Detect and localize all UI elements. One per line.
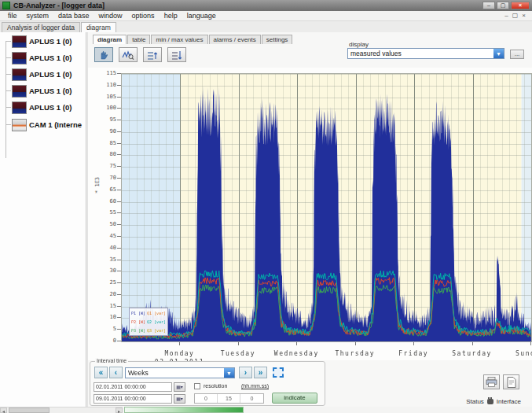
legend-entry: Q2 [var] (147, 319, 166, 324)
panel-tab-row: diagram table min / max values alarms / … (93, 35, 292, 44)
menu-database[interactable]: data base (58, 12, 90, 20)
date-from-field[interactable]: 02.01.2011 00:00:00 (94, 382, 172, 392)
indicate-button[interactable]: indicate (272, 393, 317, 404)
y-tick-mark (117, 201, 121, 202)
tab-diagram-view[interactable]: diagram (81, 22, 116, 32)
title-bar[interactable]: CB-Analyzer - [logger data] – ▢ × (0, 0, 532, 11)
pan-tool-button[interactable] (94, 47, 113, 62)
resolution-seconds-field[interactable]: 0 (240, 394, 263, 403)
y-tick-label: 105 (99, 94, 116, 100)
display-more-button[interactable]: ... (510, 50, 524, 59)
y-tick-label: 60 (99, 198, 116, 205)
y-tick-mark (117, 212, 121, 213)
maximize-button[interactable]: ▢ (497, 2, 509, 9)
export-button[interactable] (503, 374, 519, 389)
date-to-calendar-button[interactable]: ▦▾ (174, 394, 185, 404)
x-day-label: Monday (164, 350, 194, 357)
sidebar-horizontal-scrollbar[interactable]: ◄ ► (0, 407, 123, 413)
x-day-label: Saturday (452, 350, 492, 357)
zoom-curve-button[interactable] (119, 47, 138, 62)
y-tick-mark (117, 282, 121, 283)
tree-item-aplus-2[interactable]: APLUS 1 (0) (0, 50, 86, 66)
chevron-down-icon[interactable]: ▼ (493, 49, 504, 58)
y-tick-label: 50 (99, 221, 116, 227)
scrollbar-thumb[interactable] (9, 407, 50, 413)
progress-bar (124, 407, 244, 413)
mdi-restore-button[interactable]: ▢ (512, 12, 519, 19)
x-day-label: Friday (398, 350, 428, 357)
aplus-device-icon (12, 85, 27, 98)
menu-language[interactable]: language (187, 12, 216, 20)
tab-analysis-of-logger-data[interactable]: Analysis of logger data (2, 22, 80, 32)
resolution-minutes-field[interactable]: 15 (218, 394, 240, 403)
tree-item-aplus-1[interactable]: APLUS 1 (0) (0, 33, 86, 50)
tree-item-cam-1[interactable]: CAM 1 (Interne (0, 116, 86, 133)
interval-next-fast-button[interactable]: » (254, 367, 267, 378)
zoom-curve-icon (122, 50, 134, 61)
x-tick-mark (530, 342, 531, 345)
tree-item-aplus-5[interactable]: APLUS 1 (0) (0, 99, 86, 116)
interval-prev-fast-button[interactable]: « (94, 367, 108, 378)
chart-legend[interactable]: P1 [W]Q1 [var]P2 [W]Q2 [var]P3 [W]Q3 [va… (129, 308, 168, 336)
tab-settings[interactable]: settings (262, 35, 293, 44)
tree-item-aplus-4[interactable]: APLUS 1 (0) (0, 83, 86, 99)
tab-table[interactable]: table (127, 35, 150, 44)
y-tick-label: 70 (99, 175, 116, 181)
display-combo[interactable]: measured values ▼ (347, 48, 504, 59)
app-icon (2, 2, 10, 9)
resolution-hours-field[interactable]: 0 (195, 394, 218, 403)
y-tick-mark (117, 166, 121, 167)
y-tick-mark (117, 341, 121, 341)
legend-entry: P3 [W] (131, 328, 147, 333)
scale-y-axis-button[interactable] (143, 47, 162, 62)
x-day-label: Sunday (515, 350, 532, 357)
aplus-device-icon (12, 101, 27, 114)
interval-next-button[interactable]: › (239, 367, 252, 378)
menu-window[interactable]: window (99, 12, 123, 20)
print-button[interactable] (483, 374, 500, 389)
chart-canvas[interactable] (121, 73, 532, 342)
window-title: CB-Analyzer - [logger data] (13, 2, 105, 9)
scroll-right-icon[interactable]: ► (116, 407, 123, 413)
close-button[interactable]: × (511, 2, 530, 9)
y-tick-mark (117, 108, 121, 109)
app-tab-row: Analysis of logger data diagram (0, 21, 532, 32)
mdi-minimize-button[interactable]: – (504, 12, 508, 19)
tab-min-max-values[interactable]: min / max values (151, 35, 207, 44)
x-tick-mark (355, 342, 356, 345)
scale-auto-button[interactable] (167, 47, 186, 62)
device-tree-sidebar: APLUS 1 (0) APLUS 1 (0) APLUS 1 (0) APLU… (0, 32, 86, 407)
interval-combo-value: Weeks (126, 368, 224, 378)
date-from-calendar-button[interactable]: ▦▾ (174, 382, 185, 392)
menu-system[interactable]: system (27, 12, 50, 20)
x-tick-mark (472, 342, 473, 345)
interval-combo[interactable]: Weeks ▼ (125, 367, 235, 378)
minimize-button[interactable]: – (482, 2, 495, 9)
chart-region: * 1E3 P1 [W]Q1 [var]P2 [W]Q2 [var]P3 [W]… (88, 68, 532, 360)
tree-item-aplus-3[interactable]: APLUS 1 (0) (0, 66, 86, 83)
y-tick-mark (117, 131, 121, 132)
mdi-close-button[interactable]: × (522, 12, 526, 19)
display-combo-value: measured values (348, 49, 493, 58)
y-tick-label: 45 (99, 233, 116, 239)
menu-file[interactable]: file (8, 12, 17, 20)
tab-alarms-events[interactable]: alarms / events (209, 35, 261, 44)
interval-fullrange-button[interactable] (273, 367, 284, 378)
menu-help[interactable]: help (164, 12, 178, 20)
date-to-field[interactable]: 09.01.2011 00:00:00 (94, 394, 172, 404)
x-day-label: Thursday (335, 350, 375, 357)
y-tick-label: 55 (99, 209, 116, 216)
y-tick-label: 85 (99, 140, 116, 146)
tab-diagram[interactable]: diagram (93, 35, 127, 44)
cam-device-icon (12, 119, 27, 131)
y-tick-mark (117, 143, 121, 144)
x-day-label: Wednesday (274, 350, 319, 357)
menu-options[interactable]: options (132, 12, 155, 20)
interval-prev-button[interactable]: ‹ (109, 367, 123, 378)
y-tick-label: 80 (99, 151, 116, 157)
chevron-down-icon[interactable]: ▼ (224, 368, 234, 378)
interface-plug-icon (487, 399, 493, 404)
y-tick-mark (117, 260, 121, 260)
resolution-checkbox[interactable] (194, 383, 200, 389)
scroll-left-icon[interactable]: ◄ (0, 407, 7, 413)
